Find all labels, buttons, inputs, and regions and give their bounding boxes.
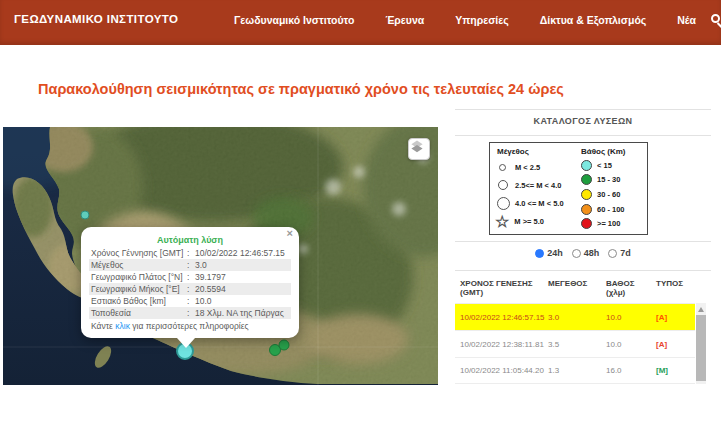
legend-item-mag-3: 4.0 <= M < 5.0 (497, 195, 575, 213)
layers-icon (409, 139, 425, 155)
seismicity-map[interactable]: × Αυτόματη λύση Χρόνος Γέννησης [GMT]:10… (3, 127, 438, 385)
table-row-selected[interactable]: 10/02/2022 12:46:57.15 3.0 10.0 [A] (455, 303, 695, 330)
range-option-24h[interactable]: 24h (535, 248, 563, 258)
page: ΓΕΩΔΥΝΑΜΙΚΟ ΙΝΣΤΙΤΟΥΤΟ Γεωδυναμικό Ινστι… (0, 0, 721, 439)
scrollbar-thumb[interactable] (696, 315, 706, 381)
divider (455, 109, 711, 110)
legend-item-depth-3: 30 - 60 (581, 187, 626, 202)
legend-item-depth-1: < 15 (581, 158, 626, 173)
nav-item-institute[interactable]: Γεωδυναμικό Ινστιτούτο (234, 14, 354, 26)
type-badge: [A] (656, 340, 690, 349)
popup-row-location: Τοποθεσία:18 Χλμ. ΝΑ της Πάργας (89, 307, 291, 319)
popup-title: Αυτόματη λύση (89, 233, 291, 247)
scrollbar-up-icon[interactable] (698, 307, 704, 312)
event-marker-green-2 (279, 340, 289, 350)
nav-item-research[interactable]: Έρευνα (385, 14, 424, 26)
legend-magnitude-title: Μέγεθος (497, 147, 575, 156)
radio-icon[interactable] (535, 249, 544, 258)
page-title: Παρακολούθηση σεισμικότητας σε πραγματικ… (38, 81, 564, 97)
divider (455, 241, 711, 242)
type-badge: [A] (656, 313, 690, 322)
popup-row-time: Χρόνος Γέννησης [GMT]:10/02/2022 12:46:5… (89, 247, 291, 259)
main-nav: Γεωδυναμικό Ινστιτούτο Έρευνα Υπηρεσίες … (234, 14, 696, 26)
table-header: ΧΡΟΝΟΣ ΓΕΝΕΣΗΣ (GMT) ΜΕΓΕΘΟΣ ΒΑΘΟΣ (χλμ)… (455, 273, 695, 303)
large-circle-icon (497, 197, 510, 210)
popup-row-magnitude: Μέγεθος:3.0 (89, 259, 291, 271)
depth-yellow-icon (581, 189, 592, 200)
popup-tail (177, 338, 195, 348)
divider (455, 135, 711, 136)
time-range-selector: 24h 48h 7d (455, 248, 711, 258)
table-scrollbar[interactable] (696, 303, 706, 384)
legend-item-mag-1: M < 2.5 (497, 158, 575, 176)
popup-row-depth: Εστιακό Βάθος [km]:10.0 (89, 295, 291, 307)
radio-icon[interactable] (608, 249, 617, 258)
catalog-title: ΚΑΤΑΛΟΓΟΣ ΛΥΣΕΩΝ (455, 116, 711, 126)
table-row[interactable]: 10/02/2022 12:38:11.81 3.5 10.0 [A] (455, 330, 695, 357)
medium-circle-icon (498, 180, 508, 190)
events-table: ΧΡΟΝΟΣ ΓΕΝΕΣΗΣ (GMT) ΜΕΓΕΘΟΣ ΒΑΘΟΣ (χλμ)… (455, 273, 695, 384)
depth-green-icon (581, 174, 592, 185)
map-legend: Μέγεθος M < 2.5 2.5<= M < 4.0 4.0 <= M <… (489, 142, 648, 235)
popup-row-latitude: Γεωγραφικό Πλάτος [°N]:39.1797 (89, 271, 291, 283)
popup-row-longitude: Γεωγραφικό Μήκος [°E]:20.5594 (89, 283, 291, 295)
close-icon[interactable]: × (287, 228, 293, 239)
depth-orange-icon (581, 204, 592, 215)
range-option-48h[interactable]: 48h (572, 248, 600, 258)
popup-more-info: Κάντε κλικ για περισσότερες πληροφορίες (89, 319, 291, 333)
divider (455, 270, 711, 271)
small-circle-icon (499, 164, 506, 171)
legend-item-mag-4: ☆ M >= 5.0 (497, 213, 575, 231)
nav-item-services[interactable]: Υπηρεσίες (455, 14, 508, 26)
legend-item-mag-2: 2.5<= M < 4.0 (497, 176, 575, 194)
range-option-7d[interactable]: 7d (608, 248, 631, 258)
nav-item-networks[interactable]: Δίκτυα & Εξοπλισμός (540, 14, 647, 26)
star-icon: ☆ (495, 215, 509, 229)
legend-depth-title: Βάθος (Km) (581, 147, 626, 156)
depth-cyan-icon (581, 160, 592, 171)
site-header: ΓΕΩΔΥΝΑΜΙΚΟ ΙΝΣΤΙΤΟΥΤΟ Γεωδυναμικό Ινστι… (0, 0, 721, 45)
type-badge: [M] (656, 366, 690, 375)
depth-red-icon (581, 218, 592, 229)
site-logo[interactable]: ΓΕΩΔΥΝΑΜΙΚΟ ΙΝΣΤΙΤΟΥΤΟ (14, 13, 178, 25)
legend-item-depth-4: 60 - 100 (581, 202, 626, 217)
legend-item-depth-5: >= 100 (581, 216, 626, 231)
nav-item-news[interactable]: Νέα (677, 14, 696, 26)
event-popup: × Αυτόματη λύση Χρόνος Γέννησης [GMT]:10… (81, 227, 299, 338)
radio-icon[interactable] (572, 249, 581, 258)
map-layers-button[interactable] (408, 138, 430, 160)
more-info-link[interactable]: κλικ (115, 321, 130, 331)
table-row[interactable]: 10/02/2022 11:05:44.20 1.3 16.0 [M] (455, 357, 695, 384)
event-marker-coastal (81, 211, 89, 219)
legend-item-depth-2: 15 - 30 (581, 173, 626, 188)
search-icon[interactable] (711, 14, 721, 30)
